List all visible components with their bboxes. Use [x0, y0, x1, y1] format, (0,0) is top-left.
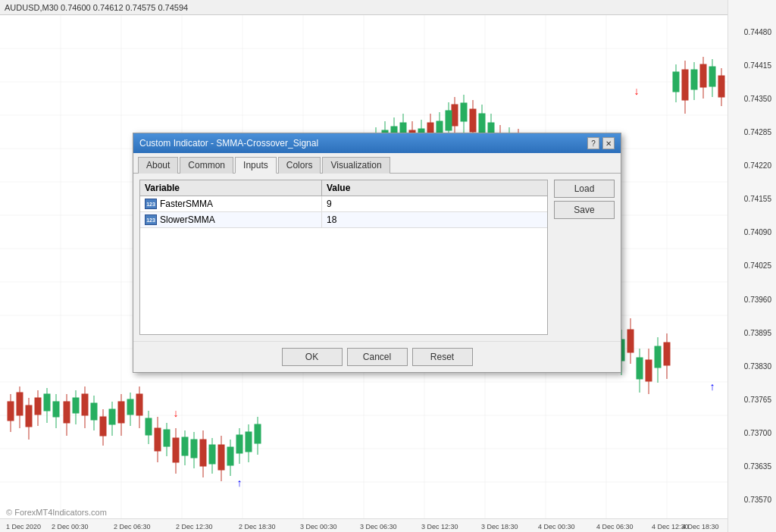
table-empty-area: [140, 228, 547, 334]
dialog-content: Variable Value 123 FasterSMMA 9 123 Slow…: [133, 174, 621, 341]
time-axis: 1 Dec 2020 2 Dec 00:30 2 Dec 06:30 2 Dec…: [0, 518, 728, 532]
svg-rect-158: [479, 114, 485, 135]
price-label-3: 0.74350: [730, 95, 774, 103]
svg-rect-28: [17, 393, 23, 415]
price-label-5: 0.74220: [730, 161, 774, 170]
svg-rect-42: [136, 394, 142, 415]
svg-rect-114: [246, 432, 252, 452]
svg-rect-40: [118, 402, 124, 423]
svg-rect-44: [155, 428, 161, 451]
chart-header: AUDUSD,M30 0.74600 0.74612 0.74575 0.745…: [0, 0, 728, 15]
tab-visualization[interactable]: Visualization: [322, 157, 390, 174]
load-button[interactable]: Load: [554, 180, 615, 198]
dialog-footer: OK Cancel Reset: [133, 341, 621, 372]
svg-rect-104: [182, 437, 188, 455]
svg-rect-94: [91, 403, 97, 420]
svg-rect-100: [146, 418, 152, 435]
svg-rect-116: [255, 424, 261, 443]
svg-rect-68: [700, 64, 706, 87]
price-label-13: 0.73700: [730, 429, 774, 437]
price-label-15: 0.73570: [730, 496, 774, 504]
ok-button[interactable]: OK: [282, 348, 343, 366]
svg-rect-172: [637, 358, 643, 379]
table-header: Variable Value: [140, 180, 547, 196]
help-button[interactable]: ?: [587, 137, 599, 149]
price-label-1: 0.74480: [730, 28, 774, 36]
tab-colors[interactable]: Colors: [278, 157, 321, 174]
svg-rect-76: [452, 105, 458, 126]
time-label-7: 3 Dec 06:30: [360, 523, 397, 530]
table-row[interactable]: 123 FasterSMMA 9: [140, 196, 547, 212]
row-value-1[interactable]: 9: [322, 196, 547, 211]
svg-rect-174: [655, 346, 661, 368]
close-button[interactable]: ✕: [602, 137, 615, 149]
svg-rect-88: [44, 394, 50, 411]
svg-text:↑: ↑: [237, 477, 242, 489]
col-header-value: Value: [322, 180, 547, 196]
tab-inputs[interactable]: Inputs: [235, 157, 277, 174]
svg-text:↓: ↓: [634, 85, 640, 97]
table-row[interactable]: 123 SlowerSMMA 18: [140, 212, 547, 228]
reset-button[interactable]: Reset: [412, 348, 473, 366]
svg-rect-66: [682, 70, 688, 100]
price-label-10: 0.73895: [730, 329, 774, 337]
cancel-button[interactable]: Cancel: [347, 348, 408, 366]
svg-rect-176: [673, 72, 679, 92]
inputs-table-container: Variable Value 123 FasterSMMA 9 123 Slow…: [139, 180, 548, 335]
tab-about[interactable]: About: [138, 157, 178, 174]
price-label-6: 0.74155: [730, 195, 774, 203]
time-label-13: 4 Dec 18:30: [682, 523, 719, 530]
time-label-8: 3 Dec 12:30: [421, 523, 458, 530]
price-label-11: 0.73830: [730, 362, 774, 371]
svg-rect-70: [718, 76, 724, 97]
price-axis: 0.74480 0.74415 0.74350 0.74285 0.74220 …: [728, 0, 776, 532]
time-label-2: 2 Dec 00:30: [52, 523, 89, 530]
time-label-5: 2 Dec 18:30: [239, 523, 276, 530]
svg-rect-178: [691, 70, 697, 89]
svg-rect-36: [82, 394, 88, 415]
price-label-9: 0.73960: [730, 296, 774, 304]
row-icon-2: 123: [145, 214, 157, 225]
dialog-title-buttons: ? ✕: [587, 137, 615, 149]
price-label-4: 0.74285: [730, 128, 774, 136]
price-label-14: 0.73635: [730, 462, 774, 471]
variable-name-1: FasterSMMA: [160, 199, 213, 209]
time-label-4: 2 Dec 12:30: [176, 523, 213, 530]
save-button[interactable]: Save: [554, 201, 615, 219]
svg-rect-96: [109, 409, 115, 424]
svg-rect-46: [173, 438, 179, 462]
svg-rect-154: [446, 111, 452, 130]
svg-rect-98: [127, 399, 133, 415]
time-label-10: 4 Dec 00:30: [538, 523, 575, 530]
custom-indicator-dialog: Custom Indicator - SMMA-Crossover_Signal…: [133, 133, 621, 373]
row-variable-1: 123 FasterSMMA: [140, 196, 322, 211]
time-label-6: 3 Dec 00:30: [300, 523, 337, 530]
dialog-tabs: About Common Inputs Colors Visualization: [133, 153, 621, 174]
svg-rect-112: [236, 435, 242, 453]
svg-text:↓: ↓: [174, 407, 179, 419]
price-label-12: 0.73765: [730, 396, 774, 404]
svg-rect-30: [26, 405, 32, 427]
dialog-title: Custom Indicator - SMMA-Crossover_Signal: [139, 138, 318, 149]
svg-rect-108: [209, 445, 215, 464]
svg-rect-50: [218, 445, 224, 470]
price-label-8: 0.74025: [730, 261, 774, 270]
svg-rect-110: [227, 447, 233, 465]
col-header-variable: Variable: [140, 180, 322, 196]
svg-text:↑: ↑: [710, 380, 715, 393]
row-value-2[interactable]: 18: [322, 212, 547, 227]
svg-rect-106: [191, 440, 197, 458]
svg-rect-64: [664, 343, 670, 365]
chart-symbol-info: AUDUSD,M30 0.74600 0.74612 0.74575 0.745…: [5, 3, 188, 12]
inputs-table: Variable Value 123 FasterSMMA 9 123 Slow…: [139, 180, 548, 335]
time-label-3: 2 Dec 06:30: [114, 523, 151, 530]
svg-rect-60: [627, 330, 634, 352]
svg-rect-92: [73, 398, 79, 413]
variable-name-2: SlowerSMMA: [160, 214, 215, 225]
price-label-7: 0.74090: [730, 228, 774, 236]
svg-rect-62: [646, 360, 652, 381]
tab-common[interactable]: Common: [180, 157, 233, 174]
watermark: © ForexMT4Indicators.com: [6, 508, 107, 517]
svg-rect-102: [164, 430, 170, 446]
row-variable-2: 123 SlowerSMMA: [140, 212, 322, 227]
